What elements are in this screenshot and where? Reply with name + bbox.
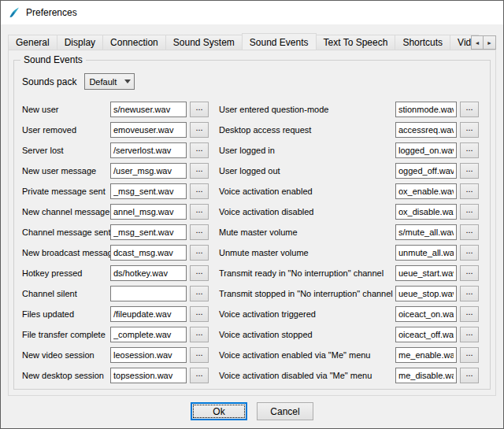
sound-file-input[interactable] <box>110 327 187 342</box>
sound-event-label: Unmute master volume <box>219 248 395 257</box>
browse-button[interactable]: ... <box>460 142 479 158</box>
sound-event-row: Voice activation enabled... <box>219 183 484 199</box>
browse-button[interactable]: ... <box>460 122 479 138</box>
tab-general[interactable]: General <box>8 35 57 50</box>
browse-button[interactable]: ... <box>190 142 209 158</box>
sound-file-input[interactable] <box>110 102 187 117</box>
tab-connection[interactable]: Connection <box>102 35 166 50</box>
browse-button[interactable]: ... <box>460 224 479 240</box>
browse-button[interactable]: ... <box>460 204 479 220</box>
browse-button[interactable]: ... <box>190 368 209 383</box>
sound-file-input[interactable] <box>110 163 187 179</box>
browse-button[interactable]: ... <box>460 163 479 179</box>
window-title: Preferences <box>26 7 77 18</box>
sound-event-label: Server lost <box>22 146 110 155</box>
browse-button[interactable]: ... <box>460 368 479 383</box>
sound-file-input[interactable] <box>395 142 457 158</box>
browse-button[interactable]: ... <box>190 347 209 363</box>
sound-file-input[interactable] <box>110 142 187 158</box>
sound-event-label: Mute master volume <box>219 227 395 237</box>
sound-event-row: User entered question-mode... <box>219 102 484 117</box>
browse-button[interactable]: ... <box>460 347 479 363</box>
sound-file-input[interactable] <box>395 204 457 220</box>
sound-file-input[interactable] <box>110 368 187 383</box>
sound-file-input[interactable] <box>395 183 457 199</box>
sound-events-column-right: User entered question-mode...Desktop acc… <box>219 102 484 388</box>
sound-file-input[interactable] <box>395 368 457 383</box>
sound-file-input[interactable] <box>110 286 187 301</box>
sound-event-label: New channel message <box>22 207 110 216</box>
sound-file-input[interactable] <box>395 163 457 179</box>
sound-file-input[interactable] <box>110 265 187 281</box>
sound-event-label: Channel message sent <box>22 227 110 237</box>
sound-file-input[interactable] <box>395 224 457 240</box>
tab-sound-system[interactable]: Sound System <box>165 35 243 50</box>
browse-button[interactable]: ... <box>190 122 209 138</box>
cancel-button[interactable]: Cancel <box>257 402 313 420</box>
sound-event-row: User removed... <box>22 122 211 138</box>
sound-event-label: New video session <box>22 350 110 360</box>
sound-file-input[interactable] <box>110 245 187 261</box>
sound-event-row: User logged out... <box>219 163 484 179</box>
browse-button[interactable]: ... <box>190 163 209 179</box>
browse-button[interactable]: ... <box>190 265 209 281</box>
browse-button[interactable]: ... <box>190 245 209 261</box>
browse-button[interactable]: ... <box>460 102 479 117</box>
sound-event-label: User logged in <box>219 146 395 155</box>
browse-button[interactable]: ... <box>460 327 479 342</box>
sound-event-row: Voice activation disabled via "Me" menu.… <box>219 368 484 383</box>
tab-scroll-right-button[interactable]: ► <box>484 35 496 50</box>
sound-event-label: New user <box>22 105 110 114</box>
browse-button[interactable]: ... <box>190 102 209 117</box>
sounds-pack-label: Sounds pack <box>22 76 76 87</box>
sound-event-row: Voice activation enabled via "Me" menu..… <box>219 347 484 363</box>
browse-button[interactable]: ... <box>190 204 209 220</box>
sound-event-row: Channel message sent... <box>22 224 211 240</box>
group-label: Sound Events <box>20 54 86 65</box>
tab-scroll-buttons: ◄ ► <box>471 35 496 50</box>
sounds-pack-combobox[interactable]: Default <box>84 73 135 90</box>
tab-sound-events[interactable]: Sound Events <box>242 33 317 50</box>
tab-shortcuts[interactable]: Shortcuts <box>395 35 450 50</box>
browse-button[interactable]: ... <box>460 286 479 301</box>
sound-file-input[interactable] <box>395 102 457 117</box>
sound-file-input[interactable] <box>395 245 457 261</box>
sound-event-label: Private message sent <box>22 187 110 196</box>
browse-button[interactable]: ... <box>190 327 209 342</box>
tab-scroll-left-button[interactable]: ◄ <box>471 35 484 50</box>
app-icon <box>8 6 20 19</box>
sound-file-input[interactable] <box>395 122 457 138</box>
sound-file-input[interactable] <box>110 183 187 199</box>
sound-event-row: Hotkey pressed... <box>22 265 211 281</box>
ok-button[interactable]: Ok <box>191 402 247 420</box>
sound-event-label: Voice activation stopped <box>219 330 395 339</box>
browse-button[interactable]: ... <box>190 224 209 240</box>
sound-file-input[interactable] <box>395 306 457 322</box>
sound-event-label: Voice activation enabled via "Me" menu <box>219 350 395 360</box>
sound-event-label: Desktop access request <box>219 125 395 135</box>
sound-file-input[interactable] <box>110 204 187 220</box>
browse-button[interactable]: ... <box>190 306 209 322</box>
sound-file-input[interactable] <box>395 327 457 342</box>
browse-button[interactable]: ... <box>190 286 209 301</box>
sound-event-row: New desktop session... <box>22 368 211 383</box>
sound-file-input[interactable] <box>110 347 187 363</box>
sound-file-input[interactable] <box>395 286 457 301</box>
sound-file-input[interactable] <box>110 306 187 322</box>
browse-button[interactable]: ... <box>460 265 479 281</box>
sound-file-input[interactable] <box>395 265 457 281</box>
sound-event-row: New video session... <box>22 347 211 363</box>
sound-file-input[interactable] <box>395 347 457 363</box>
dialog-footer: Ok Cancel <box>1 402 503 420</box>
browse-button[interactable]: ... <box>460 245 479 261</box>
sound-events-tab-pane: Sound Events Sounds pack Default New use… <box>8 50 496 396</box>
sound-event-label: Transmit stopped in "No interruption" ch… <box>219 289 395 298</box>
tab-text-to-speech[interactable]: Text To Speech <box>316 35 396 50</box>
sound-event-row: Transmit ready in "No interruption" chan… <box>219 265 484 281</box>
sound-file-input[interactable] <box>110 122 187 138</box>
browse-button[interactable]: ... <box>190 183 209 199</box>
browse-button[interactable]: ... <box>460 306 479 322</box>
tab-display[interactable]: Display <box>57 35 103 50</box>
browse-button[interactable]: ... <box>460 183 479 199</box>
sound-file-input[interactable] <box>110 224 187 240</box>
